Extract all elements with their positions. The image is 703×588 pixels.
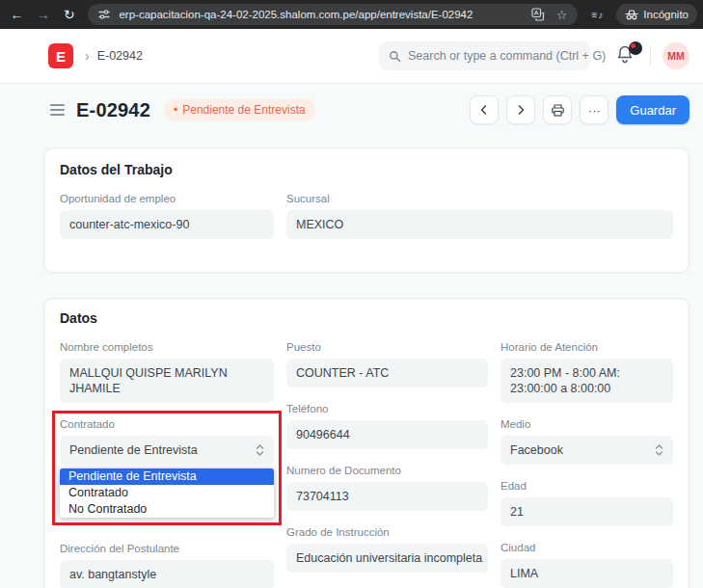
puesto-input[interactable]: COUNTER - ATC — [286, 359, 488, 388]
print-button[interactable] — [543, 95, 572, 124]
page-title: E-02942 — [76, 99, 150, 121]
field-medio: Medio Facebook — [500, 418, 673, 465]
avatar[interactable]: MM — [662, 42, 689, 69]
printer-icon — [551, 103, 565, 118]
status-badge: • Pendiente de Entrevista — [164, 99, 315, 120]
field-edad: Edad 21 — [500, 480, 673, 526]
field-horario-de-atencion: Horario de Atención 23:00 PM - 8:00 AM: … — [500, 341, 673, 403]
chevron-left-icon — [478, 104, 490, 116]
contratado-select[interactable]: Pendiente de Entrevista — [60, 436, 274, 465]
field-contratado-annotated: Contratado Pendiente de Entrevista Pendi… — [60, 418, 274, 518]
oportunidad-input[interactable]: counter-atc-mexico-90 — [60, 210, 274, 239]
search-input[interactable]: Search or type a command (Ctrl + G) — [379, 41, 590, 70]
contratado-selected-value: Pendiente de Entrevista — [69, 442, 198, 458]
select-chevrons-icon — [655, 443, 663, 457]
app-logo[interactable]: E — [48, 43, 73, 68]
field-nombre-completos: Nombre completos MALLQUI QUISPE MARILYN … — [60, 341, 274, 403]
field-label: Grado de Instrucción — [286, 526, 488, 538]
direccion-input[interactable]: av. bangtanstyle — [60, 560, 274, 588]
translate-icon[interactable] — [529, 6, 547, 23]
incognito-label: Incógnito — [643, 9, 689, 20]
ciudad-input[interactable]: LIMA — [500, 559, 673, 588]
browser-forward-button[interactable]: → — [32, 3, 54, 26]
previous-record-button[interactable] — [470, 95, 499, 124]
documento-input[interactable]: 73704113 — [286, 482, 488, 511]
page-title-row: E-02942 • Pendiente de Entrevista ··· Gu… — [43, 92, 689, 128]
ellipsis-icon: ··· — [588, 103, 601, 118]
more-options-button[interactable]: ··· — [580, 95, 608, 124]
field-ciudad: Ciudad LIMA — [500, 542, 673, 588]
notifications-button[interactable] — [615, 44, 638, 67]
breadcrumb[interactable]: E-02942 — [97, 49, 143, 63]
field-oportunidad-de-empleo: Oportunidad de empleo counter-atc-mexico… — [60, 193, 274, 239]
field-label: Oportunidad de empleo — [60, 193, 274, 204]
toolbar: ··· Guardar — [470, 95, 689, 124]
section-title: Datos del Trabajo — [60, 162, 673, 177]
app-header: E › E-02942 Search or type a command (Ct… — [0, 29, 703, 84]
browser-reload-button[interactable]: ↻ — [58, 3, 80, 26]
form-column-3: Horario de Atención 23:00 PM - 8:00 AM: … — [500, 341, 673, 588]
incognito-indicator: Incógnito — [616, 4, 697, 25]
field-label: Nombre completos — [60, 341, 274, 353]
field-label: Horario de Atención — [500, 341, 673, 353]
bookmark-star-icon[interactable]: ☆ — [553, 6, 570, 23]
grado-input[interactable]: Educación universitaria incompleta — [286, 544, 488, 573]
horario-input[interactable]: 23:00 PM - 8:00 AM: 23:00:00 a 8:00:00 — [500, 359, 673, 403]
status-dot-icon: • — [174, 103, 177, 117]
field-grado-de-instruccion: Grado de Instrucción Educación universit… — [286, 526, 488, 573]
address-bar[interactable]: erp-capacitacion-qa-24-02-2025.shalom.co… — [88, 4, 578, 25]
field-direccion-del-postulante: Dirección del Postulante av. bangtanstyl… — [60, 543, 274, 588]
header-divider — [650, 45, 651, 67]
url-text: erp-capacitacion-qa-24-02-2025.shalom.co… — [119, 9, 524, 20]
dropdown-option-pendiente[interactable]: Pendiente de Entrevista — [60, 468, 274, 485]
edad-input[interactable]: 21 — [500, 497, 673, 526]
field-label: Dirección del Postulante — [60, 543, 274, 554]
section-title: Datos — [60, 310, 673, 326]
chevron-right-icon — [515, 104, 527, 116]
main-content: E-02942 • Pendiente de Entrevista ··· Gu… — [0, 84, 703, 588]
field-label: Puesto — [286, 341, 488, 353]
browser-back-button[interactable]: ← — [6, 3, 28, 26]
field-label: Ciudad — [500, 542, 673, 553]
field-label: Sucursal — [286, 193, 673, 204]
form-column-2: Puesto COUNTER - ATC Teléfono 90496644 N… — [286, 341, 488, 588]
dropdown-option-no-contratado[interactable]: No Contratado — [60, 501, 274, 518]
telefono-input[interactable]: 90496644 — [286, 420, 488, 449]
site-info-icon[interactable] — [95, 6, 113, 23]
nombre-input[interactable]: MALLQUI QUISPE MARILYN JHAMILE — [60, 359, 274, 403]
form-column-1: Nombre completos MALLQUI QUISPE MARILYN … — [60, 341, 274, 588]
sidebar-toggle-icon[interactable] — [50, 104, 65, 116]
field-label: Numero de Documento — [286, 465, 488, 476]
browser-chrome: ← → ↻ erp-capacitacion-qa-24-02-2025.sha… — [0, 0, 703, 29]
contratado-dropdown-menu: Pendiente de Entrevista Contratado No Co… — [60, 468, 274, 518]
next-record-button[interactable] — [506, 95, 535, 124]
medio-select[interactable]: Facebook — [500, 436, 673, 465]
field-label: Teléfono — [286, 403, 488, 414]
dropdown-option-contratado[interactable]: Contratado — [60, 485, 274, 501]
field-sucursal: Sucursal MEXICO — [286, 193, 673, 239]
medio-selected-value: Facebook — [510, 442, 563, 458]
field-label: Medio — [500, 418, 673, 430]
field-label: Edad — [500, 480, 673, 492]
breadcrumb-chevron-icon: › — [85, 48, 90, 64]
field-numero-de-documento: Numero de Documento 73704113 — [286, 465, 488, 511]
notification-badge — [629, 41, 642, 55]
field-telefono: Teléfono 90496644 — [286, 403, 488, 449]
incognito-icon — [625, 9, 638, 20]
field-label: Contratado — [60, 418, 274, 430]
field-puesto: Puesto COUNTER - ATC — [286, 341, 488, 388]
save-button[interactable]: Guardar — [616, 95, 689, 124]
media-controls-icon[interactable]: ≡♪ — [591, 10, 603, 20]
status-badge-label: Pendiente de Entrevista — [182, 103, 305, 117]
search-placeholder: Search or type a command (Ctrl + G) — [408, 49, 606, 63]
sucursal-input[interactable]: MEXICO — [286, 210, 673, 239]
section-datos-del-trabajo: Datos del Trabajo Oportunidad de empleo … — [43, 147, 689, 273]
section-datos: Datos Nombre completos MALLQUI QUISPE MA… — [43, 298, 689, 588]
select-chevrons-icon — [256, 443, 264, 457]
search-icon — [389, 50, 401, 63]
